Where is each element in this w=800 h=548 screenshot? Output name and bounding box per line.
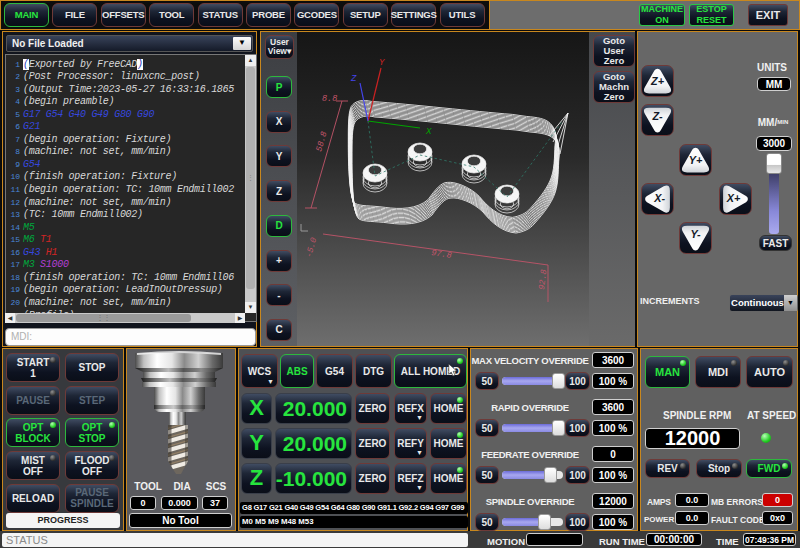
svg-text:X: X — [425, 127, 432, 137]
svg-text:Y-: Y- — [691, 227, 701, 239]
svg-text:58.8: 58.8 — [314, 130, 329, 152]
svg-text:Y: Y — [379, 58, 385, 68]
svg-text:X-: X- — [653, 192, 665, 204]
svg-text:X+: X+ — [726, 192, 741, 204]
svg-text:-5.0: -5.0 — [304, 236, 319, 258]
svg-text:8.8: 8.8 — [322, 94, 337, 104]
svg-text:Z-: Z- — [651, 109, 663, 121]
svg-text:Y+: Y+ — [689, 154, 703, 166]
svg-text:Z+: Z+ — [650, 75, 665, 87]
svg-text:Z: Z — [350, 74, 357, 84]
svg-text:97.8: 97.8 — [431, 248, 453, 261]
